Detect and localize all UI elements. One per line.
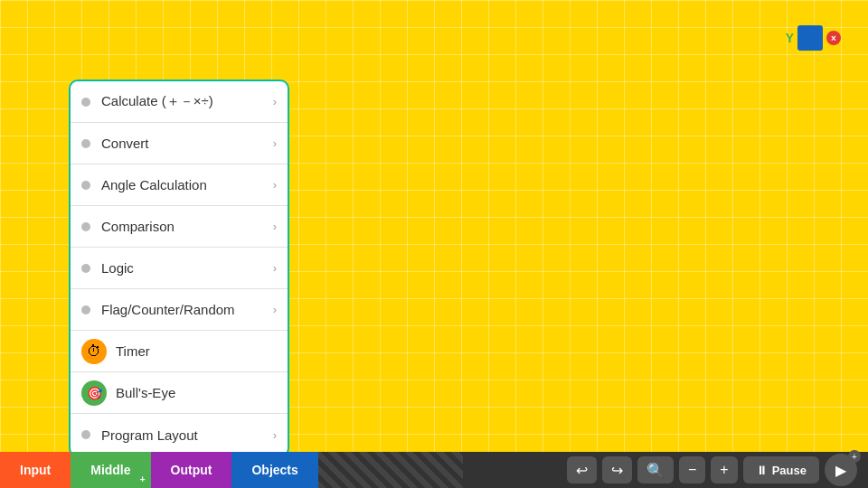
- play-icon: ▶: [835, 462, 846, 479]
- menu-panel: Calculate (＋－×÷) › Convert › Angle Calcu…: [69, 80, 289, 457]
- menu-dot-icon: [81, 222, 90, 231]
- redo-button[interactable]: ↪: [602, 456, 632, 483]
- blue-block-icon[interactable]: [797, 25, 823, 51]
- bullseye-icon: 🎯: [81, 380, 107, 406]
- menu-arrow-logic: ›: [273, 261, 277, 275]
- menu-arrow-program-layout: ›: [273, 428, 277, 442]
- menu-item-convert[interactable]: Convert ›: [71, 123, 288, 164]
- pause-button[interactable]: ⏸ Pause: [743, 456, 819, 483]
- menu-label-flag: Flag/Counter/Random: [101, 302, 273, 317]
- pause-label: Pause: [772, 464, 807, 477]
- tab-objects[interactable]: Objects: [231, 452, 317, 488]
- menu-dot-icon: [81, 430, 90, 439]
- menu-label-calculate: Calculate (＋－×÷): [101, 93, 273, 110]
- tab-middle[interactable]: Middle: [71, 452, 150, 488]
- menu-label-comparison: Comparison: [101, 219, 273, 234]
- menu-item-calculate[interactable]: Calculate (＋－×÷) ›: [71, 81, 288, 123]
- zoom-button[interactable]: 🔍: [637, 456, 674, 483]
- menu-dot-icon: [81, 264, 90, 273]
- menu-arrow-comparison: ›: [273, 220, 277, 233]
- menu-arrow-flag: ›: [273, 303, 277, 316]
- stripe-divider: [318, 452, 463, 488]
- bottom-toolbar: Input Middle Output Objects ↩ ↪ 🔍 − + ⏸ …: [0, 452, 868, 488]
- menu-label-logic: Logic: [101, 260, 273, 276]
- menu-item-logic[interactable]: Logic ›: [71, 248, 288, 289]
- menu-item-angle-calculation[interactable]: Angle Calculation ›: [71, 164, 288, 206]
- timer-icon: ⏱: [81, 339, 107, 364]
- top-right-controls: Y ×: [786, 25, 841, 51]
- menu-label-timer: Timer: [116, 343, 277, 359]
- menu-dot-icon: [81, 139, 90, 148]
- menu-arrow-calculate: ›: [273, 95, 277, 108]
- y-label: Y: [786, 31, 794, 45]
- close-icon[interactable]: ×: [826, 31, 841, 45]
- menu-dot-icon: [81, 181, 90, 190]
- play-plus-icon: +: [848, 450, 861, 463]
- menu-arrow-angle: ›: [273, 178, 277, 192]
- menu-label-convert: Convert: [101, 136, 273, 151]
- menu-label-program-layout: Program Layout: [101, 427, 273, 443]
- menu-label-angle: Angle Calculation: [101, 177, 273, 192]
- tab-output[interactable]: Output: [151, 452, 232, 488]
- menu-arrow-convert: ›: [273, 136, 277, 150]
- menu-label-bullseye: Bull's-Eye: [116, 385, 277, 400]
- menu-item-timer[interactable]: ⏱ Timer: [71, 331, 288, 372]
- menu-item-comparison[interactable]: Comparison ›: [71, 206, 288, 248]
- menu-dot-icon: [81, 98, 90, 107]
- menu-dot-icon: [81, 305, 90, 314]
- zoom-in-button[interactable]: +: [711, 456, 737, 483]
- zoom-out-button[interactable]: −: [679, 456, 705, 483]
- menu-item-bullseye[interactable]: 🎯 Bull's-Eye: [71, 372, 288, 414]
- menu-item-program-layout[interactable]: Program Layout ›: [71, 414, 288, 455]
- undo-button[interactable]: ↩: [567, 456, 597, 483]
- play-button[interactable]: ▶ +: [825, 454, 857, 486]
- pause-icon: ⏸: [756, 464, 768, 477]
- tab-input[interactable]: Input: [0, 452, 71, 488]
- toolbar-controls: ↩ ↪ 🔍 − + ⏸ Pause ▶ +: [567, 454, 868, 486]
- menu-item-flag-counter[interactable]: Flag/Counter/Random ›: [71, 289, 288, 331]
